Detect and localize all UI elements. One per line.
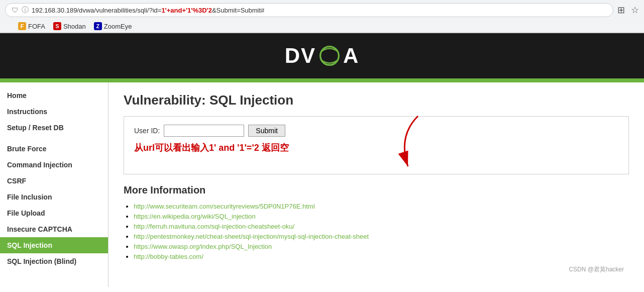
list-item: https://en.wikipedia.org/wiki/SQL_inject… xyxy=(134,212,629,220)
sidebar-item-command-injection[interactable]: Command Injection xyxy=(0,157,108,173)
user-id-input[interactable] xyxy=(164,125,244,137)
shield-icon: 🛡 xyxy=(12,6,19,14)
form-section: User ID: Submit 从url可以看出输入1' and '1'='2 … xyxy=(124,116,629,174)
dvwa-logo: DV A xyxy=(285,43,360,68)
list-item: http://www.securiteam.com/securityreview… xyxy=(134,202,629,210)
bookmark-zoomeye[interactable]: Z ZoomEye xyxy=(94,22,132,30)
more-info-link-6[interactable]: http://bobby-tables.com/ xyxy=(134,253,203,260)
submit-button[interactable]: Submit xyxy=(248,125,285,137)
more-info-link-1[interactable]: http://www.securiteam.com/securityreview… xyxy=(134,203,315,210)
dvwa-logo-text2: A xyxy=(343,44,359,68)
more-info-link-5[interactable]: https://www.owasp.org/index.php/SQL_Inje… xyxy=(134,243,272,250)
dvwa-logo-icon xyxy=(317,43,342,68)
green-bar xyxy=(0,78,644,82)
form-row: User ID: Submit xyxy=(134,125,618,137)
fofa-icon: F xyxy=(18,22,26,30)
content-wrapper: Home Instructions Setup / Reset DB Brute… xyxy=(0,82,644,287)
page-title: Vulnerability: SQL Injection xyxy=(124,92,629,108)
svg-point-0 xyxy=(320,47,339,65)
main-content: Vulnerability: SQL Injection User ID: xyxy=(108,82,644,287)
star-icon[interactable]: ☆ xyxy=(631,5,639,16)
qr-icon[interactable]: ⊞ xyxy=(617,5,625,16)
sql-injection-form-box: User ID: Submit 从url可以看出输入1' and '1'='2 … xyxy=(124,116,629,174)
zoomeye-label: ZoomEye xyxy=(104,23,132,30)
more-info-link-3[interactable]: http://ferruh.mavituna.com/sql-injection… xyxy=(134,223,294,230)
info-icon: ⓘ xyxy=(22,6,29,15)
red-arrow-svg xyxy=(378,111,438,176)
sidebar-item-insecure-captcha[interactable]: Insecure CAPTCHA xyxy=(0,221,108,237)
url-text: 192.168.30.189/dvwa/vulnerabilities/sqli… xyxy=(32,7,264,14)
browser-toolbar: ⊞ ☆ xyxy=(617,5,639,16)
more-info-link-2[interactable]: https://en.wikipedia.org/wiki/SQL_inject… xyxy=(134,213,256,220)
list-item: http://pentestmonkey.net/cheat-sheet/sql… xyxy=(134,232,629,240)
sidebar-item-sql-injection-blind[interactable]: SQL Injection (Blind) xyxy=(0,253,108,269)
more-info-list: http://www.securiteam.com/securityreview… xyxy=(124,202,629,260)
more-info-title: More Information xyxy=(124,184,629,196)
list-item: https://www.owasp.org/index.php/SQL_Inje… xyxy=(134,242,629,250)
dvwa-header: DV A xyxy=(0,33,644,78)
url-input[interactable]: 🛡 ⓘ 192.168.30.189/dvwa/vulnerabilities/… xyxy=(5,3,613,17)
sidebar-item-csrf[interactable]: CSRF xyxy=(0,173,108,189)
sidebar: Home Instructions Setup / Reset DB Brute… xyxy=(0,82,108,287)
form-label: User ID: xyxy=(134,127,160,135)
list-item: http://bobby-tables.com/ xyxy=(134,252,629,260)
shodan-label: Shodan xyxy=(63,23,86,30)
bookmarks-bar: F FOFA S Shodan Z ZoomEye xyxy=(0,20,644,33)
sidebar-item-brute-force[interactable]: Brute Force xyxy=(0,141,108,157)
bookmark-shodan[interactable]: S Shodan xyxy=(53,22,86,30)
sidebar-item-home[interactable]: Home xyxy=(0,87,108,104)
sidebar-item-sql-injection[interactable]: SQL Injection xyxy=(0,237,108,253)
dvwa-logo-text: DV xyxy=(285,44,316,68)
sidebar-item-setup[interactable]: Setup / Reset DB xyxy=(0,120,108,136)
bookmark-fofa[interactable]: F FOFA xyxy=(18,22,45,30)
dvwa-page: DV A Home Instructions Setup / Reset DB … xyxy=(0,33,644,287)
more-info-link-4[interactable]: http://pentestmonkey.net/cheat-sheet/sql… xyxy=(134,233,369,240)
list-item: http://ferruh.mavituna.com/sql-injection… xyxy=(134,222,629,230)
sidebar-item-file-inclusion[interactable]: File Inclusion xyxy=(0,189,108,205)
sidebar-separator xyxy=(0,136,108,141)
address-bar: 🛡 ⓘ 192.168.30.189/dvwa/vulnerabilities/… xyxy=(0,0,644,20)
sidebar-item-instructions[interactable]: Instructions xyxy=(0,104,108,120)
fofa-label: FOFA xyxy=(28,23,45,30)
zoomeye-icon: Z xyxy=(94,22,102,30)
sidebar-item-file-upload[interactable]: File Upload xyxy=(0,205,108,221)
csdn-watermark: CSDN @君莫hacker xyxy=(124,262,629,277)
more-info-section: More Information http://www.securiteam.c… xyxy=(124,184,629,260)
browser-chrome: 🛡 ⓘ 192.168.30.189/dvwa/vulnerabilities/… xyxy=(0,0,644,33)
shodan-icon: S xyxy=(53,22,61,30)
annotation-text: 从url可以看出输入1' and '1'='2 返回空 xyxy=(134,142,618,154)
